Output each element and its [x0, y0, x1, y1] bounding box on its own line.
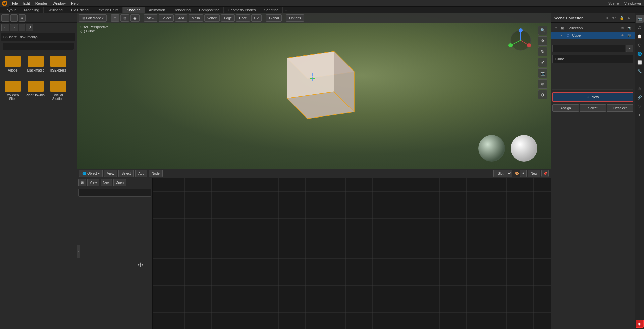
tree-item-cube[interactable]: ▾ ⬡ Cube 👁 📷 [551, 32, 635, 39]
menu-window[interactable]: Window [50, 0, 68, 7]
file-search-input[interactable] [3, 43, 74, 50]
panel-type-selector[interactable]: ☰ [1, 14, 9, 22]
menu-file[interactable]: File [9, 0, 21, 7]
constraints-props-icon[interactable]: 🔗 [636, 93, 644, 101]
physics-props-icon[interactable]: ⚛ [636, 85, 644, 93]
options-btn[interactable]: Options [286, 14, 304, 22]
file-item-visualstudio[interactable]: Visual Studio... [48, 79, 68, 101]
tab-shading[interactable]: Shading [123, 7, 145, 13]
navigation-widget[interactable]: Z X Y [507, 27, 534, 54]
shading-btn[interactable]: ◑ [538, 90, 547, 99]
material-sphere-white[interactable] [511, 135, 537, 162]
expand-icon-collection[interactable]: ▾ [554, 26, 558, 30]
vertex-groups-icon[interactable]: ◉ [636, 320, 644, 328]
solid-btn[interactable]: ◉ [130, 14, 140, 22]
camera-icon-collection[interactable]: 📷 [627, 25, 632, 31]
file-item-iisexpress[interactable]: IISExpress [48, 54, 68, 76]
blender-logo[interactable] [0, 0, 9, 7]
assign-button[interactable]: Assign [552, 104, 579, 112]
node-panel-view-btn[interactable]: View [87, 179, 99, 186]
node-node-menu[interactable]: Node [149, 170, 163, 177]
object-props-icon[interactable]: ⬜ [636, 58, 644, 66]
move-tool-btn[interactable]: ✥ [538, 36, 547, 46]
object-name-field[interactable] [552, 55, 633, 63]
scale-tool-btn[interactable]: ⤢ [538, 58, 547, 67]
tab-animation[interactable]: Animation [145, 7, 170, 13]
lock-icon[interactable]: 🔒 [619, 15, 625, 21]
tab-modeling[interactable]: Modeling [20, 7, 44, 13]
eye-icon-collection[interactable]: 👁 [620, 25, 625, 31]
file-filter-toggle[interactable]: ≡ [19, 14, 26, 22]
node-view-menu[interactable]: View [104, 170, 117, 177]
particles-props-icon[interactable]: ⋮ [636, 76, 644, 84]
file-item-mywebsites[interactable]: My Web Sites [3, 79, 23, 101]
3d-viewport[interactable]: ⊞ Edit Mode ▾ □ ⊡ ◉ View Select Add Mesh… [77, 13, 551, 169]
tab-geometry-nodes[interactable]: Geometry Nodes [224, 7, 260, 13]
world-props-icon[interactable]: 🌐 [636, 50, 644, 58]
view-mode-btn[interactable]: □ [111, 14, 119, 22]
up-button[interactable]: ↑ [19, 24, 25, 31]
viewport-vertex-menu[interactable]: Vertex [204, 14, 220, 22]
data-props-icon[interactable]: ▽ [636, 102, 644, 110]
add-workspace-tab-button[interactable]: + [283, 7, 289, 13]
viewport-uv-menu[interactable]: UV [251, 14, 262, 22]
menu-help[interactable]: Help [68, 0, 82, 7]
viewport-edge-menu[interactable]: Edge [221, 14, 235, 22]
filter-icon[interactable]: ⊕ [604, 15, 610, 21]
node-panel-new-btn[interactable]: New [101, 179, 112, 186]
slot-selector[interactable]: Slot [493, 170, 512, 177]
file-item-blackmagic[interactable]: Blackmagic ... [25, 54, 46, 76]
node-panel-type-selector[interactable]: ⊞ [78, 179, 86, 186]
tab-uv-editing[interactable]: UV Editing [67, 7, 93, 13]
viewport-face-menu[interactable]: Face [236, 14, 250, 22]
viewport-view-menu[interactable]: View [144, 14, 157, 22]
plus-new-material-btn[interactable]: + [520, 170, 527, 177]
properties-filter-btn[interactable]: ≡ [626, 45, 633, 52]
tab-layout[interactable]: Layout [1, 7, 20, 13]
new-material-button[interactable]: + New [552, 92, 633, 102]
material-props-icon[interactable]: ● [636, 111, 644, 119]
viewport-select-menu[interactable]: Select [159, 14, 174, 22]
file-item-adobe[interactable]: Adobe [3, 54, 23, 76]
tab-scripting[interactable]: Scripting [260, 7, 283, 13]
render-props-icon[interactable]: 📷 [636, 15, 644, 23]
tab-sculpting[interactable]: Sculpting [44, 7, 67, 13]
zoom-to-selected-btn[interactable]: 🔍 [538, 26, 547, 35]
node-editor-type-btn[interactable]: 🌐 Object ▾ [79, 170, 103, 177]
tab-compositing[interactable]: Compositing [195, 7, 224, 13]
expand-icon-cube[interactable]: ▾ [559, 33, 564, 38]
eye-icon-cube[interactable]: 👁 [620, 33, 625, 38]
select-button[interactable]: Select [580, 104, 606, 112]
camera-perspective-btn[interactable]: 📷 [538, 68, 547, 78]
deselect-button[interactable]: Deselect [607, 104, 633, 112]
view-layer-props-icon[interactable]: 📋 [636, 32, 644, 40]
rotate-tool-btn[interactable]: ↻ [538, 47, 547, 56]
viewport-mesh-menu[interactable]: Mesh [189, 14, 203, 22]
menu-render[interactable]: Render [33, 0, 50, 7]
camera-icon-cube[interactable]: 📷 [627, 33, 632, 38]
node-add-menu[interactable]: Add [135, 170, 147, 177]
wireframe-btn[interactable]: ⊡ [120, 14, 129, 22]
node-select-menu[interactable]: Select [118, 170, 134, 177]
viewport-add-menu[interactable]: Add [175, 14, 187, 22]
material-sphere-env[interactable] [478, 135, 505, 162]
tree-item-collection[interactable]: ▾ ⊞ Collection 👁 📷 [551, 24, 635, 32]
settings-icon[interactable]: ⚙ [626, 15, 632, 21]
back-button[interactable]: ← [1, 24, 9, 31]
transform-orientation[interactable]: Global [266, 14, 282, 22]
path-bar[interactable]: C:\Users\...dokumenty\ [1, 33, 75, 41]
tab-texture-paint[interactable]: Texture Paint [93, 7, 123, 13]
overlay-btn[interactable]: ⊕ [538, 79, 547, 89]
tab-rendering[interactable]: Rendering [169, 7, 195, 13]
node-panel-open-btn[interactable]: Open [113, 179, 126, 186]
reload-button[interactable]: ↺ [26, 24, 33, 31]
new-material-slot-btn[interactable]: New [528, 170, 540, 177]
file-view-toggle[interactable]: ⊞ [10, 14, 18, 22]
scene-props-icon[interactable]: ⬡ [636, 41, 644, 49]
viewport-type-btn[interactable]: ⊞ Edit Mode ▾ [79, 14, 107, 22]
pin-btn[interactable]: 📌 [541, 170, 549, 177]
modifier-props-icon[interactable]: 🔧 [636, 67, 644, 75]
node-sidebar-toggle[interactable]: › [77, 245, 80, 258]
visibility-icon[interactable]: 👁 [611, 15, 617, 21]
object-name-input[interactable] [555, 57, 630, 61]
